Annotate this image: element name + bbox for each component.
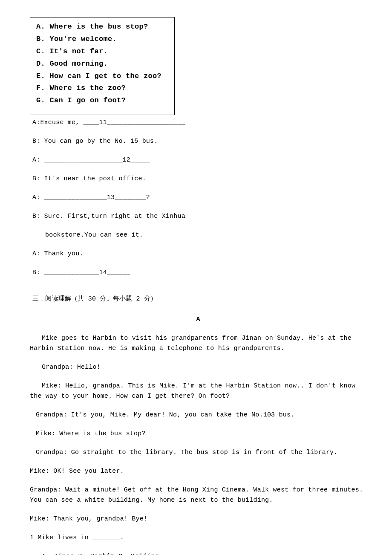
dialog-line-a4: A: Thank you. (30, 249, 366, 259)
dialog-line-a1: A:Excuse me, ____11____________________ (30, 118, 366, 128)
answer-options-box: A. Where is the bus stop? B. You're welc… (30, 17, 175, 115)
line-mike-2: Mike: Where is the bus stop? (30, 429, 366, 439)
section-title-reading: 三．阅读理解（共 30 分。每小题 2 分） (30, 294, 366, 304)
option-c: C. It's not far. (36, 46, 168, 58)
dialog-line-a3: A: ________________13________? (30, 193, 366, 203)
option-a: A. Where is the bus stop? (36, 21, 168, 33)
dialog-line-a2: A: ____________________12_____ (30, 155, 366, 165)
line-grandpa-2: Grandpa: It's you, Mike. My dear! No, yo… (30, 410, 366, 420)
option-e: E. How can I get to the zoo? (36, 70, 168, 83)
dialog-line-b3-cont: bookstore.You can see it. (30, 230, 366, 240)
question-1-choices: A. Jinan B. Harbin C. Beijing (30, 552, 366, 555)
line-grandpa-1: Grandpa: Hello! (30, 362, 366, 373)
reading-passage-a: Mike goes to Harbin to visit his grandpa… (30, 333, 366, 524)
option-b: B. You're welcome. (36, 33, 168, 46)
line-mike-1: Mike: Hello, grandpa. This is Mike. I'm … (30, 381, 366, 402)
question-1: 1 Mike lives in _______. (30, 533, 366, 543)
line-mike-4: Mike: Thank you, grandpa! Bye! (30, 514, 366, 524)
option-d: D. Good morning. (36, 58, 168, 70)
dialog-line-b4: B: ______________14______ (30, 268, 366, 278)
option-g: G. Can I go on foot? (36, 95, 168, 107)
dialog-line-b3: B: Sure. First,turn right at the Xinhua (30, 211, 366, 222)
line-grandpa-3: Grandpa: Go straight to the library. The… (30, 448, 366, 458)
dialog-line-b2: B: It's near the post office. (30, 174, 366, 184)
option-f: F. Where is the zoo? (36, 82, 168, 95)
dialog-line-b1: B: You can go by the No. 15 bus. (30, 136, 366, 147)
passage-intro: Mike goes to Harbin to visit his grandpa… (30, 333, 366, 354)
line-grandpa-4: Grandpa: Wait a minute! Get off at the H… (30, 485, 366, 506)
passage-label-a: A (30, 315, 366, 325)
line-mike-3: Mike: OK! See you later. (30, 466, 366, 477)
